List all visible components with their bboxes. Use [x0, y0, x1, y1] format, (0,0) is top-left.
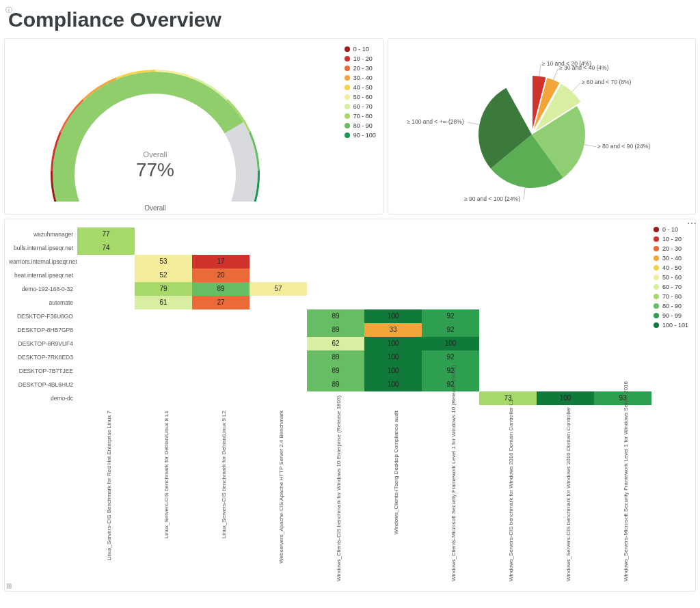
gauge-panel: Overall 77% Overall 0 - 1010 - 2020 - 30…: [4, 38, 383, 215]
legend-item[interactable]: 0 - 10: [345, 44, 376, 54]
heatmap-row-label: bulls.internal.ipseqr.net: [9, 241, 77, 255]
pie-slice-label: ≥ 30 and < 40 (4%): [559, 64, 608, 71]
expand-icon[interactable]: ⊞: [6, 582, 12, 590]
heatmap-cell[interactable]: 20: [192, 268, 250, 282]
heatmap-row-label: demo-192-168-0-32: [9, 282, 77, 296]
legend-item[interactable]: 30 - 40: [654, 253, 688, 263]
legend-label: 0 - 10: [353, 44, 369, 54]
heatmap-row-label: DESKTOP-8R9VUF4: [9, 337, 77, 350]
legend-item[interactable]: 80 - 90: [345, 121, 376, 130]
legend-item[interactable]: 70 - 80: [654, 292, 688, 301]
heatmap-cell[interactable]: 89: [307, 350, 364, 364]
heatmap-cell[interactable]: 33: [364, 323, 422, 337]
legend-label: 70 - 80: [353, 111, 373, 121]
heatmap-cell[interactable]: 100: [422, 337, 479, 350]
heatmap-cell[interactable]: 100: [364, 337, 422, 350]
pie-slice-label: ≥ 100 and < +∞ (28%): [407, 118, 464, 125]
legend-label: 40 - 50: [662, 263, 682, 273]
legend-item[interactable]: 20 - 30: [345, 64, 376, 73]
legend-item[interactable]: 100 - 101: [654, 320, 688, 330]
heatmap-row-label: DESKTOP-4BL6HU2: [9, 378, 77, 391]
legend-item[interactable]: 60 - 70: [654, 282, 688, 292]
legend-label: 50 - 60: [353, 92, 373, 102]
svg-line-5: [467, 122, 479, 124]
heatmap-cell[interactable]: 92: [422, 350, 479, 364]
legend-item[interactable]: 50 - 60: [654, 273, 688, 282]
info-icon[interactable]: ⓘ: [5, 5, 12, 15]
heatmap-cell[interactable]: 79: [135, 282, 192, 296]
legend-label: 80 - 90: [662, 301, 682, 311]
legend-label: 60 - 70: [353, 102, 373, 111]
legend-item[interactable]: 50 - 60: [345, 92, 376, 102]
heatmap-col-label: Webservers_Apache-CIS Apache HTTP Server…: [278, 411, 284, 581]
legend-label: 20 - 30: [353, 64, 373, 73]
heatmap-col-label: Windows_Clients-Microsoft Security Frame…: [450, 411, 457, 581]
heatmap-col-label: Windows_Servers-CIS benchmark for Window…: [565, 411, 571, 581]
svg-line-0: [539, 64, 540, 77]
legend-label: 20 - 30: [662, 244, 682, 253]
heatmap-cell[interactable]: 92: [422, 323, 479, 337]
heatmap-col-label: Linux_Servers-CIS benchmark for Debian/L…: [221, 411, 227, 581]
heatmap-cell[interactable]: 100: [364, 350, 422, 364]
pie-slice-label: ≥ 60 and < 70 (8%): [582, 79, 631, 85]
heatmap-cell[interactable]: 100: [364, 364, 422, 378]
heatmap-cell[interactable]: 57: [250, 282, 307, 296]
heatmap-cell[interactable]: 100: [364, 378, 422, 391]
heatmap-cell[interactable]: 89: [307, 323, 364, 337]
svg-line-4: [524, 187, 525, 199]
svg-line-3: [584, 145, 596, 147]
heatmap-cell[interactable]: 74: [77, 241, 135, 255]
heatmap-row-label: demo-dc: [9, 391, 77, 405]
legend-item[interactable]: 10 - 20: [345, 54, 376, 64]
heatmap-cell[interactable]: 17: [192, 255, 250, 268]
heatmap-cell[interactable]: 89: [192, 282, 250, 296]
legend-item[interactable]: 80 - 90: [654, 301, 688, 311]
legend-label: 80 - 90: [353, 121, 373, 130]
gauge-legend: 0 - 1010 - 2020 - 3030 - 4040 - 5050 - 6…: [345, 44, 376, 140]
legend-item[interactable]: 0 - 10: [654, 225, 688, 234]
legend-item[interactable]: 90 - 100: [345, 130, 376, 140]
heatmap-cell[interactable]: 52: [135, 268, 192, 282]
legend-label: 60 - 70: [662, 282, 682, 292]
heatmap-legend: 0 - 1010 - 2020 - 3030 - 4040 - 5050 - 6…: [654, 225, 688, 330]
legend-label: 90 - 99: [662, 311, 682, 320]
legend-label: 10 - 20: [662, 234, 682, 244]
legend-item[interactable]: 30 - 40: [345, 73, 376, 83]
heatmap-cell[interactable]: 62: [307, 337, 364, 350]
gauge-bottom-label: Overall: [25, 204, 285, 212]
heatmap-panel: ⋯ wazuhmanagerbulls.internal.ipseqr.netw…: [4, 219, 696, 592]
legend-item[interactable]: 60 - 70: [345, 102, 376, 111]
heatmap-cell[interactable]: 27: [192, 296, 250, 309]
heatmap-col-label: Windows_Servers-Microsoft Security Frame…: [623, 411, 629, 581]
heatmap-cell[interactable]: 92: [422, 309, 479, 323]
pie-chart[interactable]: ≥ 10 and < 20 (4%)≥ 30 and < 40 (4%)≥ 60…: [388, 39, 695, 214]
heatmap-row-label: automate: [9, 296, 77, 309]
heatmap-cell[interactable]: 77: [77, 227, 135, 241]
heatmap-row-label: heat.internal.ipseqr.net: [9, 268, 77, 282]
heatmap-col-label: Windows_Clients-ITserg Desktop Complianc…: [393, 411, 399, 581]
heatmap-cell[interactable]: 89: [307, 309, 364, 323]
heatmap-row-label: DESKTOP-7RK8ED3: [9, 350, 77, 364]
heatmap-col-label: Linux_Servers-CIS benchmark for Debian/L…: [163, 411, 170, 581]
heatmap-cell[interactable]: 100: [364, 309, 422, 323]
heatmap-cell[interactable]: 89: [307, 378, 364, 391]
heatmap-chart[interactable]: wazuhmanagerbulls.internal.ipseqr.netwar…: [9, 223, 691, 587]
legend-label: 30 - 40: [353, 73, 373, 83]
gauge-value: 77%: [25, 159, 285, 181]
legend-item[interactable]: 40 - 50: [654, 263, 688, 273]
legend-item[interactable]: 20 - 30: [654, 244, 688, 253]
heatmap-cell[interactable]: 61: [135, 296, 192, 309]
heatmap-cell[interactable]: 53: [135, 255, 192, 268]
heatmap-row-label: DESKTOP-7B7TJEE: [9, 364, 77, 378]
gauge-chart[interactable]: Overall 77% Overall: [25, 44, 285, 202]
legend-item[interactable]: 10 - 20: [654, 234, 688, 244]
legend-item[interactable]: 90 - 99: [654, 311, 688, 320]
heatmap-col-label: Windows_Servers-CIS benchmark for Window…: [508, 411, 514, 581]
legend-item[interactable]: 70 - 80: [345, 111, 376, 121]
pie-panel: ≥ 10 and < 20 (4%)≥ 30 and < 40 (4%)≥ 60…: [388, 38, 696, 215]
heatmap-cell[interactable]: 89: [307, 364, 364, 378]
heatmap-row-label: DESKTOP-8HB7GP8: [9, 323, 77, 337]
legend-item[interactable]: 40 - 50: [345, 83, 376, 92]
legend-label: 30 - 40: [662, 253, 682, 263]
heatmap-col-label: Linux_Servers-CIS Benchmark for Red Hat …: [106, 411, 112, 581]
